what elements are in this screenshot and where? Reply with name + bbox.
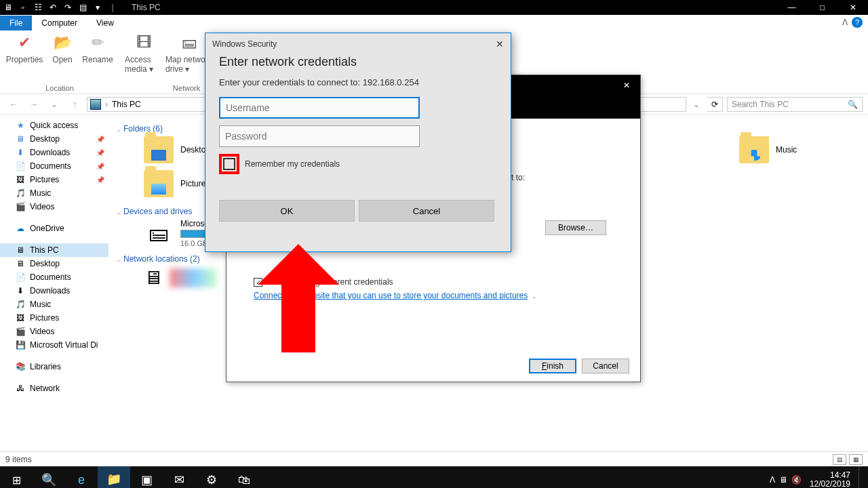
download-icon: ⬇ (15, 285, 26, 296)
pictures-icon: 🖼 (15, 312, 26, 323)
sidebar-network[interactable]: 🖧Network (0, 382, 108, 395)
star-icon: ★ (15, 120, 26, 131)
view-icons-button[interactable]: ▦ (849, 454, 863, 465)
windows-security-dialog: Windows Security ✕ Enter network credent… (205, 33, 511, 252)
sidebar-pictures[interactable]: 🖼Pictures📌 (0, 173, 108, 186)
sidebar-downloads[interactable]: ⬇Downloads📌 (0, 146, 108, 159)
security-instruction: Enter your credentials to connect to: 19… (219, 77, 497, 87)
sidebar-music-2[interactable]: 🎵Music (0, 298, 108, 311)
window-title: This PC (132, 3, 161, 12)
tab-file[interactable]: File (0, 16, 32, 30)
sidebar-videos[interactable]: 🎬Videos (0, 200, 108, 214)
network-location-item[interactable]: 🖥 (144, 266, 217, 289)
sidebar-videos-2[interactable]: 🎬Videos (0, 325, 108, 338)
minimize-button[interactable]: — (776, 0, 807, 15)
username-input[interactable] (219, 97, 420, 119)
sidebar-quick-access[interactable]: ★Quick access (0, 119, 108, 132)
folder-music[interactable]: Music (739, 136, 797, 163)
wizard-close-button[interactable]: ✕ (613, 75, 640, 96)
password-input[interactable] (219, 125, 420, 147)
open-button[interactable]: 📂Open (46, 32, 79, 64)
item-count: 9 items (5, 455, 32, 464)
system-menu-icon[interactable]: 🖥 (3, 2, 14, 13)
documents-icon: 📄 (15, 272, 26, 283)
security-close-button[interactable]: ✕ (496, 39, 504, 49)
finish-button[interactable]: Finish (529, 359, 576, 373)
status-bar: 9 items ▤ ▦ (0, 451, 868, 466)
sidebar-desktop[interactable]: 🖥Desktop📌 (0, 132, 108, 146)
ok-button[interactable]: OK (219, 200, 355, 222)
disk-icon: 💾 (15, 340, 26, 350)
music-icon: 🎵 (15, 188, 26, 199)
search-icon: 🔍 (848, 100, 858, 109)
sidebar-documents-2[interactable]: 📄Documents (0, 270, 108, 284)
tray-clock[interactable]: 14:4712/02/2019 (806, 471, 854, 488)
sidebar-virtual-disk[interactable]: 💾Microsoft Virtual Di (0, 338, 108, 352)
taskbar-mail[interactable]: ✉ (163, 466, 195, 488)
view-details-button[interactable]: ▤ (833, 454, 846, 465)
tray-chevron-icon[interactable]: ᐱ (770, 475, 775, 485)
libraries-icon: 📚 (15, 361, 26, 372)
nav-recent-button[interactable]: ⌄ (46, 96, 62, 113)
tray-volume-icon[interactable]: 🔇 (791, 475, 802, 485)
sidebar-libraries[interactable]: 📚Libraries (0, 360, 108, 373)
start-button[interactable]: ⊞ (0, 466, 33, 488)
qat-undo-icon[interactable]: ↶ (47, 2, 58, 13)
diff-creds-checkbox[interactable]: ✓ (254, 278, 262, 287)
network-icon: 🖧 (15, 383, 26, 394)
help-icon[interactable]: ? (852, 17, 863, 28)
qat-delete-icon[interactable]: ▤ (77, 2, 88, 13)
nav-forward-button[interactable]: → (26, 96, 42, 113)
tray-cast-icon[interactable]: 🖥 (779, 475, 787, 485)
maximize-button[interactable]: □ (807, 0, 837, 15)
sidebar-music[interactable]: 🎵Music (0, 186, 108, 200)
sidebar-pictures-2[interactable]: 🖼Pictures (0, 311, 108, 325)
taskbar-settings[interactable]: ⚙ (195, 466, 228, 488)
window-titlebar: 🖥 ▫ ☷ ↶ ↷ ▤ ▾ | This PC — □ ✕ (0, 0, 868, 15)
close-button[interactable]: ✕ (837, 0, 868, 15)
folder-desktop[interactable]: Desktop (144, 136, 210, 163)
sidebar-onedrive[interactable]: ☁OneDrive (0, 222, 108, 235)
qat-redo-icon[interactable]: ↷ (62, 2, 73, 13)
security-cancel-button[interactable]: Cancel (359, 200, 494, 222)
access-media-button[interactable]: 🎞Access media ▾ (125, 32, 163, 74)
tab-computer[interactable]: Computer (32, 16, 87, 30)
taskbar-cmd[interactable]: ▣ (130, 466, 163, 488)
documents-icon: 📄 (15, 161, 26, 171)
remember-label: Remember my credentials (245, 159, 340, 169)
search-button[interactable]: 🔍 (33, 466, 65, 488)
sidebar-downloads-2[interactable]: ⬇Downloads (0, 284, 108, 298)
pictures-icon: 🖼 (15, 174, 26, 185)
taskbar-edge[interactable]: e (65, 466, 98, 488)
address-path: This PC (112, 100, 141, 109)
pc-icon (90, 99, 101, 110)
sidebar-desktop-2[interactable]: 🖥Desktop (0, 257, 108, 270)
wizard-cancel-button[interactable]: Cancel (582, 359, 629, 373)
folder-pictures[interactable]: Pictures (144, 170, 210, 197)
search-box[interactable]: Search This PC 🔍 (727, 97, 863, 112)
music-icon: 🎵 (15, 299, 26, 310)
diff-creds-label: Connect using different credentials (268, 277, 393, 287)
download-icon: ⬇ (15, 147, 26, 158)
taskbar-explorer[interactable]: 📁 (98, 466, 130, 488)
qat-new-icon[interactable]: ▫ (18, 2, 28, 13)
navigation-pane: ★Quick access 🖥Desktop📌 ⬇Downloads📌 📄Doc… (0, 115, 108, 451)
browse-button[interactable]: Browse… (545, 220, 606, 235)
refresh-button[interactable]: ⟳ (707, 97, 723, 112)
ribbon-collapse-icon[interactable]: ᐱ (842, 18, 848, 27)
sidebar-this-pc[interactable]: 🖥This PC (0, 243, 108, 257)
tab-view[interactable]: View (87, 16, 123, 30)
rename-button[interactable]: ✏Rename (81, 32, 114, 64)
pin-icon: 📌 (96, 136, 104, 143)
qat-dropdown-icon[interactable]: ▾ (92, 2, 103, 13)
nav-up-button[interactable]: ↑ (66, 96, 83, 113)
sidebar-documents[interactable]: 📄Documents📌 (0, 159, 108, 173)
pc-icon: 🖥 (15, 245, 26, 256)
nav-back-button[interactable]: ← (5, 96, 22, 113)
qat-properties-icon[interactable]: ☷ (33, 2, 43, 13)
show-desktop-button[interactable] (859, 466, 865, 488)
taskbar-store[interactable]: 🛍 (228, 466, 260, 488)
properties-button[interactable]: ✔Properties (5, 32, 43, 64)
remember-credentials-checkbox[interactable] (223, 158, 235, 170)
website-storage-link[interactable]: Connect to a website that you can use to… (254, 291, 528, 300)
